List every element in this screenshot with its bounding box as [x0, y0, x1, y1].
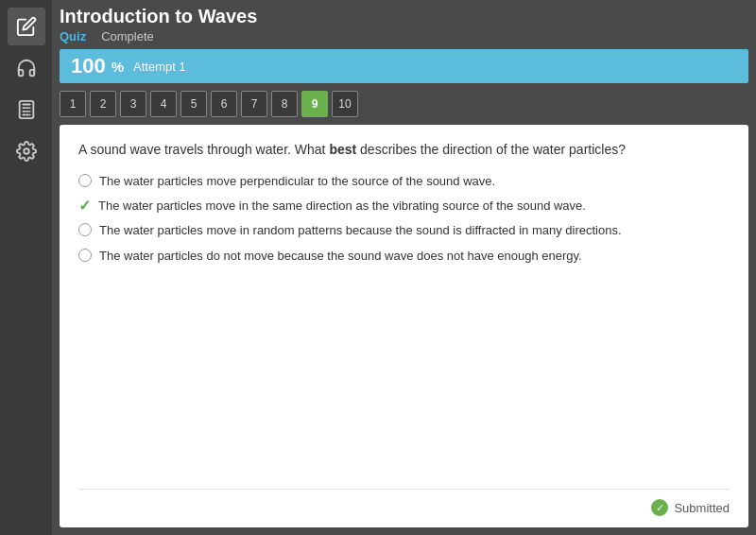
- nav-btn-9[interactable]: 9: [301, 91, 328, 117]
- question-bold-word: best: [329, 142, 356, 157]
- submitted-badge: ✓ Submitted: [651, 499, 730, 516]
- answer-option-text: The water particles move in random patte…: [99, 222, 622, 239]
- answer-option-2[interactable]: ✓The water particles move in the same di…: [78, 198, 730, 215]
- nav-btn-8[interactable]: 8: [271, 91, 298, 117]
- quiz-card: A sound wave travels through water. What…: [60, 125, 748, 527]
- nav-btn-3[interactable]: 3: [120, 91, 146, 117]
- page-title: Introduction to Waves: [60, 6, 748, 27]
- nav-btn-6[interactable]: 6: [211, 91, 237, 117]
- submitted-label: Submitted: [674, 501, 730, 515]
- sidebar-icon-headphones[interactable]: [8, 49, 45, 87]
- quiz-label: Quiz: [60, 29, 86, 43]
- answer-option-3[interactable]: The water particles move in random patte…: [78, 222, 730, 239]
- radio-circle-icon: [78, 249, 92, 262]
- answer-option-4[interactable]: The water particles do not move because …: [78, 248, 730, 265]
- answer-option-text: The water particles move perpendicular t…: [99, 173, 495, 190]
- submitted-check-icon: ✓: [651, 499, 668, 516]
- question-text: A sound wave travels through water. What…: [78, 140, 730, 160]
- nav-btn-1[interactable]: 1: [60, 91, 86, 117]
- question-nav: 12345678910: [60, 91, 748, 117]
- subtitle-row: Quiz Complete: [60, 29, 748, 43]
- submitted-row: ✓ Submitted: [78, 489, 730, 516]
- nav-btn-4[interactable]: 4: [150, 91, 177, 117]
- svg-point-11: [24, 148, 29, 154]
- nav-btn-7[interactable]: 7: [241, 91, 267, 117]
- score-bar: 100 % Attempt 1: [60, 49, 748, 83]
- correct-checkmark-icon: ✓: [78, 197, 91, 215]
- answer-options: The water particles move perpendicular t…: [78, 173, 730, 265]
- radio-circle-icon: [78, 223, 92, 236]
- question-text-after: describes the direction of the water par…: [356, 142, 626, 157]
- sidebar-icon-calculator[interactable]: [8, 91, 45, 129]
- answer-option-text: The water particles do not move because …: [99, 248, 582, 265]
- score-percent: 100: [71, 54, 106, 78]
- main-content: Introduction to Waves Quiz Complete 100 …: [52, 0, 756, 535]
- radio-circle-icon: [78, 174, 92, 187]
- score-attempt: Attempt 1: [133, 60, 186, 74]
- nav-btn-2[interactable]: 2: [90, 91, 116, 117]
- sidebar-icon-pencil[interactable]: [8, 8, 45, 45]
- question-text-before: A sound wave travels through water. What: [78, 142, 329, 157]
- complete-label: Complete: [101, 29, 154, 43]
- answer-option-text: The water particles move in the same dir…: [98, 198, 586, 215]
- answer-option-1[interactable]: The water particles move perpendicular t…: [78, 173, 730, 190]
- sidebar-icon-gear[interactable]: [8, 132, 45, 170]
- nav-btn-10[interactable]: 10: [332, 91, 358, 117]
- nav-btn-5[interactable]: 5: [180, 91, 207, 117]
- score-symbol: %: [112, 59, 124, 75]
- sidebar: [0, 0, 52, 535]
